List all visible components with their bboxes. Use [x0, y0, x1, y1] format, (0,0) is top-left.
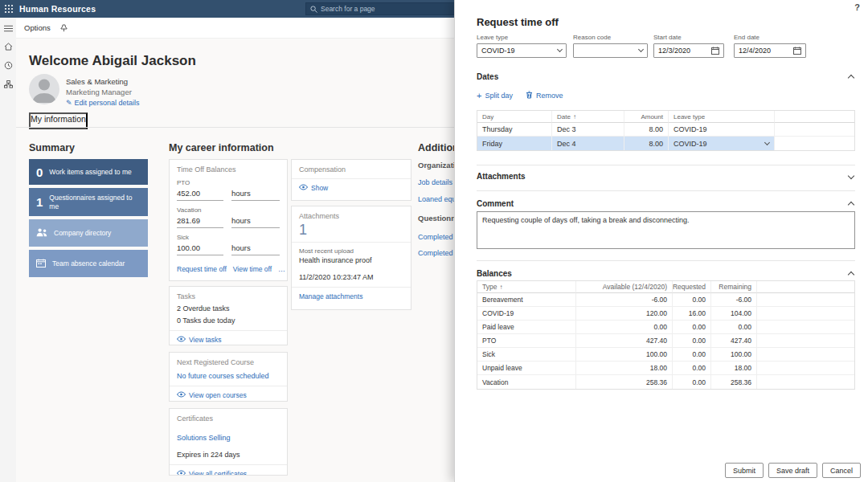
reason-code-field: Reason code	[573, 34, 648, 58]
hamburger-icon[interactable]	[4, 25, 13, 32]
divider	[292, 287, 411, 288]
people-icon	[36, 227, 47, 239]
eye-icon	[299, 184, 308, 192]
row-filler	[757, 348, 854, 362]
leave-type-select[interactable]: COVID-19	[477, 43, 567, 58]
pin-icon[interactable]	[60, 24, 68, 32]
view-time-off-link[interactable]: View time off	[233, 265, 272, 273]
dates-row-1-day[interactable]: Friday	[477, 137, 552, 150]
job-details-link[interactable]: Job details	[418, 178, 452, 186]
balance-requested: 0.00	[673, 348, 711, 362]
show-compensation-link[interactable]: Show	[299, 184, 328, 192]
balance-type: Bereavement	[477, 293, 576, 307]
page-title: Welcome Abigail Jackson	[29, 53, 196, 69]
edit-personal-details-link[interactable]: ✎ Edit personal details	[66, 99, 140, 107]
balances-section-header[interactable]: Balances	[477, 260, 855, 279]
tile-team-absence-calendar[interactable]: Team absence calendar	[29, 250, 148, 277]
end-date-field: End date 12/4/2020	[734, 34, 806, 58]
balances-table: Type ↑ Available (12/4/2020) Requested R…	[477, 280, 855, 390]
column-header-day[interactable]: Day	[477, 111, 552, 123]
dates-toolbar: + Split day Remove	[477, 91, 563, 100]
date-header-label: Date	[557, 113, 571, 120]
tab-divider	[16, 127, 454, 128]
balance-type: Vacation	[477, 375, 576, 389]
calendar-icon	[36, 258, 46, 270]
calendar-icon	[711, 47, 719, 55]
start-date-input[interactable]: 12/3/2020	[653, 43, 724, 58]
help-icon[interactable]: ?	[854, 2, 860, 12]
reason-code-select[interactable]	[573, 43, 648, 58]
column-header-available[interactable]: Available (12/4/2020)	[576, 281, 673, 293]
app-launcher-icon[interactable]	[4, 4, 14, 14]
left-nav-rail	[0, 18, 16, 482]
comment-input[interactable]: Requesting couple of days off, taking a …	[477, 211, 855, 249]
team-absence-calendar-label: Team absence calendar	[52, 259, 125, 268]
home-icon[interactable]	[4, 43, 13, 51]
column-header-date[interactable]: Date ↑	[552, 111, 624, 123]
row-filler	[757, 307, 854, 321]
view-tasks-link[interactable]: View tasks	[177, 336, 221, 344]
comment-section-header[interactable]: Comment	[477, 190, 855, 209]
view-all-certificates-label: View all certificates	[189, 470, 247, 476]
row-filler	[757, 334, 854, 348]
questionnaires-count: 1	[36, 195, 43, 209]
balance-remaining: 104.00	[711, 307, 757, 321]
leave-type-label: Leave type	[477, 34, 567, 41]
page-search-box[interactable]	[305, 2, 455, 15]
column-header-requested[interactable]: Requested	[673, 281, 711, 293]
work-items-count: 0	[36, 165, 43, 179]
tile-questionnaires[interactable]: 1 Questionnaires assigned to me	[29, 188, 148, 216]
tile-work-items[interactable]: 0 Work items assigned to me	[29, 159, 148, 185]
tile-company-directory[interactable]: Company directory	[29, 219, 148, 247]
card-attachments: Attachments 1 Most recent upload Health …	[291, 206, 411, 310]
column-header-amount[interactable]: Amount	[624, 111, 669, 123]
vacation-unit: hours	[231, 214, 280, 228]
recent-icon[interactable]	[4, 61, 13, 70]
type-header-label: Type	[482, 283, 497, 291]
dates-row-1-amount: 8.00	[624, 137, 669, 150]
cancel-button[interactable]: Cancel	[822, 463, 861, 478]
start-date-value: 12/3/2020	[658, 47, 711, 55]
expand-icon	[847, 174, 855, 180]
column-header-leave-type[interactable]: Leave type	[669, 111, 775, 123]
manage-attachments-link[interactable]: Manage attachments	[299, 292, 362, 300]
submit-button[interactable]: Submit	[725, 463, 764, 478]
most-recent-upload-label: Most recent upload	[299, 247, 403, 255]
calendar-icon	[793, 47, 801, 55]
dates-row-0-leave-type: COVID-19	[669, 123, 775, 137]
card-title: Compensation	[299, 165, 403, 174]
balance-available: 18.00	[576, 362, 673, 375]
divider	[292, 242, 411, 243]
pto-value: 452.00	[177, 187, 223, 201]
department-label: Sales & Marketing	[66, 77, 128, 86]
options-button[interactable]: Options	[24, 23, 51, 32]
balance-type: COVID-19	[477, 307, 576, 321]
more-options-icon[interactable]: …	[278, 265, 285, 273]
remove-button[interactable]: Remove	[526, 91, 563, 100]
view-open-courses-link[interactable]: View open courses	[177, 391, 247, 399]
column-header-type[interactable]: Type ↑	[477, 281, 576, 293]
request-time-off-link[interactable]: Request time off	[177, 265, 227, 273]
column-header-filler	[775, 111, 854, 123]
dates-row-1-leave-type-select[interactable]: COVID-19	[669, 137, 775, 150]
certificate-item-link[interactable]: Solutions Selling	[177, 434, 231, 442]
save-draft-button[interactable]: Save draft	[768, 463, 817, 478]
end-date-input[interactable]: 12/4/2020	[734, 43, 806, 58]
view-all-certificates-link[interactable]: View all certificates	[177, 470, 247, 476]
sick-value: 100.00	[177, 242, 223, 255]
dates-row-0-day[interactable]: Thursday	[477, 123, 552, 137]
eye-icon	[177, 391, 186, 399]
modules-icon[interactable]	[4, 80, 13, 88]
column-header-remaining[interactable]: Remaining	[711, 281, 757, 293]
card-compensation: Compensation Show	[291, 159, 411, 201]
attachments-section-header[interactable]: Attachments	[477, 165, 855, 181]
column-header-filler	[757, 281, 854, 293]
dates-heading: Dates	[477, 72, 498, 81]
split-day-button[interactable]: + Split day	[477, 92, 513, 100]
balance-requested: 16.00	[673, 307, 711, 321]
summary-heading: Summary	[29, 142, 75, 153]
search-input[interactable]	[321, 5, 450, 13]
dates-section-header[interactable]: Dates	[477, 71, 855, 82]
card-title: Next Registered Course	[177, 358, 280, 366]
row-filler	[757, 375, 854, 389]
